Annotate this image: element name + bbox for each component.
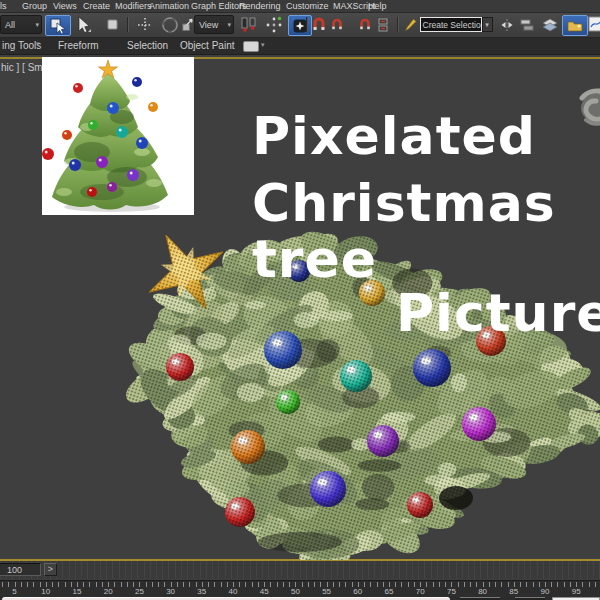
named-selection-set-value[interactable]: Create Selection Se bbox=[420, 17, 482, 32]
time-slider-handle[interactable]: 100 bbox=[0, 563, 41, 576]
frame-tick bbox=[589, 582, 590, 587]
frame-label: 55 bbox=[322, 587, 331, 596]
frame-tick bbox=[439, 582, 440, 587]
use-center-button[interactable] bbox=[238, 15, 260, 34]
frame-tick bbox=[89, 582, 90, 587]
frame-tick bbox=[526, 582, 527, 587]
select-and-rotate-button[interactable] bbox=[158, 15, 182, 34]
chevron-down-icon[interactable]: ▾ bbox=[482, 17, 493, 32]
frame-label: 65 bbox=[385, 587, 394, 596]
frame-tick bbox=[152, 582, 153, 587]
frame-label: 15 bbox=[73, 587, 82, 596]
percent-snap-magnet-icon bbox=[358, 17, 372, 32]
frame-label: 10 bbox=[41, 587, 50, 596]
frame-tick bbox=[458, 582, 459, 587]
chevron-down-icon: ▾ bbox=[36, 40, 40, 48]
menu-item-customize[interactable]: Customize bbox=[286, 1, 329, 11]
spinner-snap-button[interactable] bbox=[374, 15, 392, 34]
menu-item-create[interactable]: Create bbox=[83, 1, 110, 11]
frame-tick bbox=[277, 582, 278, 587]
ribbon-tab-selection[interactable]: Selection bbox=[127, 40, 168, 51]
reference-photo bbox=[42, 57, 194, 215]
frame-tick bbox=[426, 582, 427, 587]
frame-tick bbox=[8, 582, 9, 587]
frame-tick bbox=[183, 582, 184, 587]
max-window: lsGroupViewsCreateModifiersAnimationGrap… bbox=[0, 0, 600, 600]
use-pivot-center-icon bbox=[239, 16, 259, 34]
time-slider[interactable]: 100 > bbox=[0, 561, 600, 579]
select-and-scale-button[interactable] bbox=[181, 15, 194, 34]
track-bar[interactable]: 5101520253035404550556065707580859095 bbox=[0, 580, 600, 598]
toolbar-separator bbox=[397, 17, 399, 32]
chevron-down-icon[interactable]: ▾ bbox=[261, 41, 265, 49]
frame-tick bbox=[146, 582, 147, 587]
spinner-snap-icon bbox=[375, 17, 391, 33]
snap-toggle-button[interactable] bbox=[310, 15, 328, 34]
frame-tick bbox=[239, 582, 240, 587]
graphite-ribbon: ing Tools ▾FreeformSelectionObject Paint… bbox=[0, 38, 600, 55]
keyboard-override-button[interactable] bbox=[288, 15, 312, 36]
frame-tick bbox=[582, 582, 583, 587]
frame-label: 85 bbox=[509, 587, 518, 596]
chevron-down-icon: ▾ bbox=[32, 21, 39, 29]
frame-tick bbox=[83, 582, 84, 587]
align-button[interactable] bbox=[519, 15, 535, 34]
select-object-button[interactable] bbox=[45, 15, 71, 36]
frame-tick bbox=[308, 582, 309, 587]
menu-item-modifiers[interactable]: Modifiers bbox=[115, 1, 152, 11]
menu-item-animation[interactable]: Animation bbox=[149, 1, 189, 11]
frame-tick bbox=[114, 582, 115, 587]
frame-tick bbox=[121, 582, 122, 587]
reference-photo-tree bbox=[42, 57, 194, 215]
toolbar-separator bbox=[127, 17, 129, 32]
ribbon-tab-freeform[interactable]: Freeform bbox=[58, 40, 99, 51]
frame-tick bbox=[408, 582, 409, 587]
frame-tick bbox=[520, 582, 521, 587]
frame-tick bbox=[377, 582, 378, 587]
move-icon bbox=[136, 16, 154, 34]
frame-label: 50 bbox=[291, 587, 300, 596]
percent-snap-button[interactable] bbox=[357, 15, 373, 34]
scene-explorer-button[interactable] bbox=[562, 15, 588, 36]
frame-label: 25 bbox=[135, 587, 144, 596]
menu-item-views[interactable]: Views bbox=[53, 1, 77, 11]
frame-label: 20 bbox=[104, 587, 113, 596]
frame-tick bbox=[395, 582, 396, 587]
mirror-button[interactable] bbox=[500, 15, 516, 34]
curve-editor-button[interactable] bbox=[588, 15, 600, 34]
folder-icon bbox=[566, 18, 584, 34]
menu-item-group[interactable]: Group bbox=[22, 1, 47, 11]
menu-item-ls[interactable]: ls bbox=[0, 1, 7, 11]
angle-snap-magnet-icon bbox=[330, 17, 344, 32]
selection-filter-combo[interactable]: All ▾ bbox=[0, 15, 42, 34]
frame-tick bbox=[557, 582, 558, 587]
selection-region-button[interactable] bbox=[103, 15, 123, 34]
select-and-manipulate-button[interactable] bbox=[262, 15, 286, 34]
reference-coordsys-value: View bbox=[199, 20, 218, 30]
angle-snap-button[interactable] bbox=[329, 15, 345, 34]
curve-editor-icon bbox=[588, 16, 600, 33]
viewport[interactable]: hic ] [ Smo Pixelated Christmas tree Pic… bbox=[0, 55, 600, 560]
menu-item-rendering[interactable]: Rendering bbox=[239, 1, 281, 11]
select-cursor-button[interactable] bbox=[72, 15, 94, 34]
edit-selection-sets-button[interactable] bbox=[402, 15, 417, 34]
ribbon-tab-object-paint[interactable]: Object Paint bbox=[180, 40, 234, 51]
next-frame-button[interactable]: > bbox=[44, 563, 57, 576]
frame-tick bbox=[177, 582, 178, 587]
layer-manager-button[interactable] bbox=[541, 15, 559, 34]
frame-tick bbox=[158, 582, 159, 587]
named-selection-set-combo[interactable]: Create Selection Se ▾ bbox=[419, 15, 493, 34]
menu-item-help[interactable]: Help bbox=[368, 1, 387, 11]
frame-tick bbox=[464, 582, 465, 587]
select-and-move-button[interactable] bbox=[134, 15, 156, 34]
frame-label: 75 bbox=[447, 587, 456, 596]
reference-coordsys-combo[interactable]: View ▾ bbox=[194, 15, 234, 34]
frame-tick bbox=[21, 582, 22, 587]
manipulate-icon bbox=[264, 15, 284, 35]
frame-tick bbox=[364, 582, 365, 587]
ribbon-tool-icon[interactable] bbox=[243, 41, 259, 52]
frame-tick bbox=[245, 582, 246, 587]
rotate-icon bbox=[160, 15, 180, 35]
frame-tick bbox=[501, 582, 502, 587]
frame-label: 70 bbox=[416, 587, 425, 596]
